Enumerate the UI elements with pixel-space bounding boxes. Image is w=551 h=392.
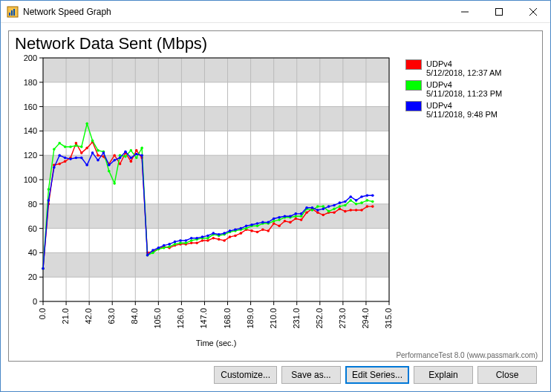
- svg-point-139: [273, 222, 276, 225]
- svg-point-184: [185, 241, 188, 244]
- svg-point-240: [157, 246, 160, 249]
- app-window: Network Speed Graph Network Data Sent (M…: [0, 0, 551, 392]
- svg-point-144: [300, 218, 303, 221]
- svg-text:200: 200: [24, 53, 37, 62]
- svg-point-221: [53, 166, 56, 169]
- svg-point-230: [102, 151, 105, 154]
- svg-point-255: [239, 227, 242, 230]
- svg-rect-1: [9, 13, 10, 16]
- svg-text:210.0: 210.0: [269, 308, 278, 329]
- svg-text:0: 0: [33, 297, 37, 306]
- svg-point-249: [206, 235, 209, 238]
- svg-point-101: [64, 160, 67, 163]
- svg-point-183: [179, 241, 182, 244]
- svg-text:126.0: 126.0: [176, 308, 185, 329]
- svg-point-279: [371, 195, 374, 197]
- svg-text:20: 20: [28, 272, 37, 281]
- minimize-button[interactable]: [448, 1, 482, 22]
- legend-item: UDPv45/11/2018, 11:23 PM: [405, 80, 530, 98]
- svg-point-219: [42, 267, 45, 270]
- svg-point-251: [218, 233, 221, 236]
- svg-point-234: [124, 150, 127, 153]
- close-action-button[interactable]: Close: [477, 366, 537, 384]
- svg-text:160: 160: [24, 102, 37, 111]
- svg-point-222: [58, 154, 61, 157]
- svg-point-275: [349, 195, 352, 198]
- svg-point-113: [130, 160, 133, 163]
- svg-point-258: [256, 222, 259, 225]
- close-button[interactable]: [516, 1, 550, 22]
- svg-point-182: [174, 243, 177, 246]
- svg-point-262: [278, 216, 281, 219]
- svg-point-137: [261, 228, 264, 231]
- legend: UDPv45/12/2018, 12:37 AMUDPv45/11/2018, …: [397, 53, 530, 361]
- svg-text:273.0: 273.0: [338, 308, 347, 329]
- legend-swatch: [405, 80, 422, 91]
- titlebar: Network Speed Graph: [1, 1, 550, 23]
- svg-point-126: [201, 239, 204, 242]
- svg-point-226: [80, 157, 83, 160]
- svg-text:315.0: 315.0: [384, 308, 393, 329]
- svg-point-110: [113, 154, 116, 157]
- svg-text:189.0: 189.0: [246, 308, 255, 329]
- svg-point-104: [80, 151, 83, 154]
- svg-point-269: [316, 209, 319, 212]
- svg-rect-3: [13, 9, 15, 16]
- svg-point-200: [273, 220, 276, 223]
- svg-point-163: [69, 146, 72, 148]
- svg-text:0.0: 0.0: [38, 308, 47, 319]
- svg-point-188: [206, 237, 209, 240]
- svg-point-160: [53, 148, 56, 151]
- svg-point-136: [256, 231, 259, 234]
- legend-item: UDPv45/11/2018, 9:48 PM: [405, 101, 530, 119]
- svg-point-243: [174, 241, 177, 244]
- svg-text:294.0: 294.0: [361, 308, 370, 329]
- svg-point-152: [344, 210, 347, 213]
- graph-frame: Network Data Sent (Mbps) 020406080100120…: [8, 30, 543, 362]
- svg-point-205: [300, 215, 303, 218]
- svg-point-276: [355, 199, 358, 202]
- svg-point-229: [97, 159, 100, 162]
- customize-button[interactable]: Customize...: [214, 366, 277, 384]
- svg-point-265: [294, 212, 297, 215]
- svg-point-278: [366, 195, 369, 197]
- svg-point-225: [75, 157, 78, 160]
- svg-point-174: [130, 149, 133, 152]
- svg-point-246: [190, 237, 193, 240]
- svg-text:120: 120: [24, 151, 37, 160]
- svg-point-185: [190, 239, 193, 242]
- svg-text:180: 180: [24, 78, 37, 87]
- save-as-button[interactable]: Save as...: [281, 366, 341, 384]
- legend-swatch: [405, 59, 422, 70]
- svg-point-103: [75, 142, 78, 145]
- svg-point-272: [333, 204, 336, 207]
- svg-point-253: [229, 229, 232, 232]
- svg-point-263: [284, 215, 287, 218]
- svg-rect-2: [11, 10, 13, 16]
- svg-point-252: [223, 232, 226, 235]
- svg-point-150: [333, 211, 336, 214]
- explain-button[interactable]: Explain: [414, 366, 473, 384]
- svg-text:63.0: 63.0: [107, 308, 116, 324]
- svg-point-125: [195, 241, 198, 244]
- svg-point-266: [300, 212, 303, 215]
- svg-point-216: [360, 201, 363, 204]
- svg-point-232: [113, 159, 116, 162]
- svg-point-264: [289, 215, 292, 218]
- edit-series-button[interactable]: Edit Series...: [345, 366, 409, 384]
- svg-point-245: [185, 239, 188, 242]
- svg-point-277: [360, 195, 363, 198]
- svg-point-247: [195, 237, 198, 240]
- svg-point-173: [124, 155, 127, 158]
- svg-point-168: [97, 149, 100, 152]
- legend-item: UDPv45/12/2018, 12:37 AM: [405, 59, 530, 77]
- maximize-button[interactable]: [482, 1, 516, 22]
- svg-point-171: [113, 182, 116, 185]
- svg-point-208: [316, 205, 319, 208]
- svg-point-244: [179, 239, 182, 242]
- svg-point-180: [163, 246, 166, 249]
- svg-point-165: [80, 146, 83, 148]
- svg-point-259: [261, 221, 264, 224]
- svg-point-135: [250, 229, 253, 232]
- svg-text:168.0: 168.0: [223, 308, 232, 329]
